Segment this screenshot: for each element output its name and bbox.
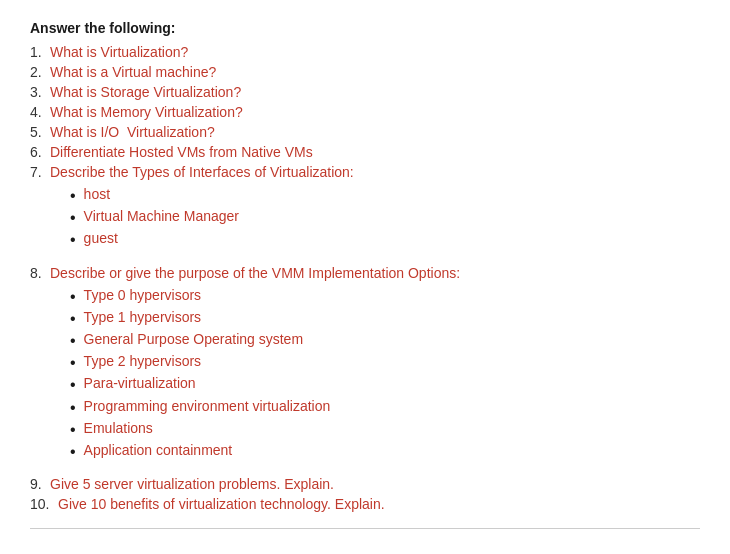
bullet-text: General Purpose Operating system (84, 331, 303, 347)
item-number: 6. (30, 144, 50, 160)
bullet-item: • guest (70, 230, 239, 249)
bullet-text: Para-virtualization (84, 375, 196, 391)
list-item: 6. Differentiate Hosted VMs from Native … (30, 144, 700, 160)
item-text: What is I/O Virtualization? (50, 124, 215, 140)
bullet-icon: • (70, 398, 76, 417)
bullet-item: • Type 2 hypervisors (70, 353, 330, 372)
bullet-text: guest (84, 230, 118, 246)
bullet-icon: • (70, 353, 76, 372)
bullet-item: • Application containment (70, 442, 330, 461)
item-number: 1. (30, 44, 50, 60)
bullet-item: • Virtual Machine Manager (70, 208, 239, 227)
bullet-text: Programming environment virtualization (84, 398, 331, 414)
sub-bullet-list: • host • Virtual Machine Manager • guest (70, 186, 239, 253)
bullet-icon: • (70, 420, 76, 439)
list-item: 10. Give 10 benefits of virtualization t… (30, 496, 700, 512)
list-item: 2. What is a Virtual machine? (30, 64, 700, 80)
bullet-text: Virtual Machine Manager (84, 208, 239, 224)
bullet-icon: • (70, 186, 76, 205)
item-text: What is Virtualization? (50, 44, 188, 60)
item-text: Describe the Types of Interfaces of Virt… (50, 164, 354, 180)
bullet-text: Type 2 hypervisors (84, 353, 202, 369)
item-number: 5. (30, 124, 50, 140)
item-text: What is a Virtual machine? (50, 64, 216, 80)
item-text: Give 5 server virtualization problems. E… (50, 476, 334, 492)
bottom-divider (30, 528, 700, 529)
list-item: 9. Give 5 server virtualization problems… (30, 476, 700, 492)
item-number: 4. (30, 104, 50, 120)
bullet-icon: • (70, 287, 76, 306)
bullet-item: • host (70, 186, 239, 205)
bullet-item: • Type 1 hypervisors (70, 309, 330, 328)
bullet-item: • General Purpose Operating system (70, 331, 330, 350)
bullet-icon: • (70, 230, 76, 249)
bullet-icon: • (70, 375, 76, 394)
bullet-icon: • (70, 442, 76, 461)
bullet-item: • Para-virtualization (70, 375, 330, 394)
item-number: 7. (30, 164, 50, 180)
item-text: What is Storage Virtualization? (50, 84, 241, 100)
item-text: What is Memory Virtualization? (50, 104, 243, 120)
bullet-text: Emulations (84, 420, 153, 436)
item-number: 8. (30, 265, 50, 281)
list-item: 7. Describe the Types of Interfaces of V… (30, 164, 700, 259)
list-item: 5. What is I/O Virtualization? (30, 124, 700, 140)
bullet-icon: • (70, 331, 76, 350)
bullet-item: • Programming environment virtualization (70, 398, 330, 417)
item-text: Differentiate Hosted VMs from Native VMs (50, 144, 313, 160)
questions-list: 1. What is Virtualization? 2. What is a … (30, 44, 700, 512)
content-area: Answer the following: 1. What is Virtual… (30, 20, 700, 529)
bullet-icon: • (70, 309, 76, 328)
bullet-text: Type 1 hypervisors (84, 309, 202, 325)
bullet-item: • Type 0 hypervisors (70, 287, 330, 306)
bullet-text: host (84, 186, 110, 202)
item-text: Describe or give the purpose of the VMM … (50, 265, 460, 281)
sub-bullet-list: • Type 0 hypervisors • Type 1 hypervisor… (70, 287, 330, 465)
list-item: 4. What is Memory Virtualization? (30, 104, 700, 120)
list-item: 8. Describe or give the purpose of the V… (30, 265, 700, 471)
bullet-item: • Emulations (70, 420, 330, 439)
item-number: 10. (30, 496, 58, 512)
list-item: 1. What is Virtualization? (30, 44, 700, 60)
item-text: Give 10 benefits of virtualization techn… (58, 496, 385, 512)
item-number: 3. (30, 84, 50, 100)
main-heading: Answer the following: (30, 20, 700, 36)
item-number: 9. (30, 476, 50, 492)
item-number: 2. (30, 64, 50, 80)
bullet-icon: • (70, 208, 76, 227)
bullet-text: Type 0 hypervisors (84, 287, 202, 303)
bullet-text: Application containment (84, 442, 233, 458)
list-item: 3. What is Storage Virtualization? (30, 84, 700, 100)
